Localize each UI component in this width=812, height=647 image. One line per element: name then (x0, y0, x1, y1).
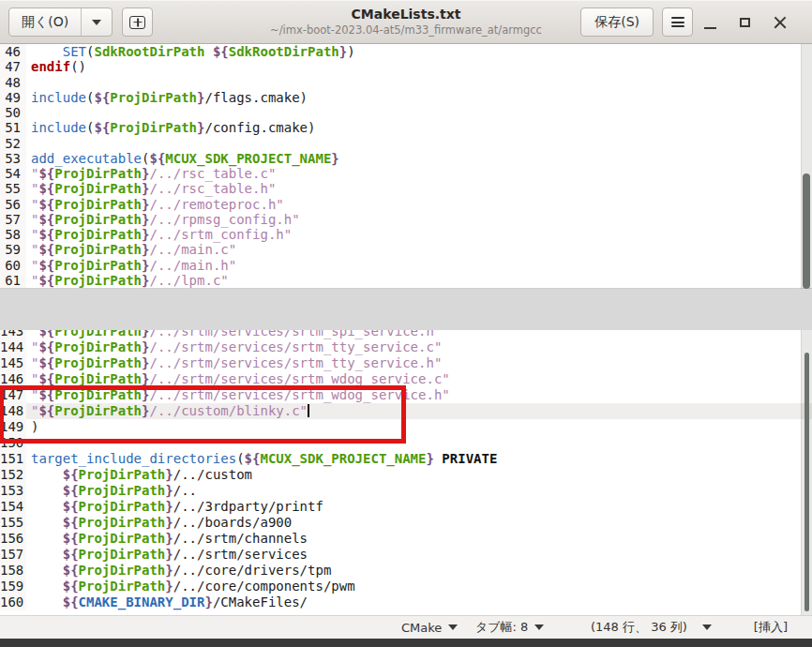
code-line-152[interactable]: 152 ${ProjDirPath}/../custom (0, 467, 812, 483)
tab-width-label: タブ幅: 8 (475, 619, 528, 636)
code-line-59[interactable]: 59"${ProjDirPath}/../main.c" (0, 242, 812, 257)
cursor-position[interactable]: (148 行、 36 列) (591, 616, 687, 639)
code-text: "${ProjDirPath}/../srtm_config.h" (31, 227, 292, 242)
code-text: "${ProjDirPath}/../main.h" (31, 258, 236, 273)
cursor-position-label: (148 行、 36 列) (591, 619, 687, 636)
code-line-156[interactable]: 156 ${ProjDirPath}/../srtm/channels (0, 531, 812, 547)
code-text: "${ProjDirPath}/../srtm/services/srtm_tt… (31, 339, 442, 355)
line-number: 51 (0, 120, 26, 135)
minimize-icon (704, 27, 716, 29)
line-number: 53 (0, 151, 26, 166)
editor-pane-bottom[interactable]: 143"${ProjDirPath}/../srtm/services/srtm… (0, 324, 812, 610)
chevron-down-icon (448, 624, 458, 630)
code-line-145[interactable]: 145"${ProjDirPath}/../srtm/services/srtm… (0, 355, 812, 371)
line-number: 49 (0, 90, 26, 105)
open-split-button: 開く(O) (8, 8, 113, 37)
code-line-160[interactable]: 160 ${CMAKE_BINARY_DIR}/CMakeFiles/ (0, 594, 812, 610)
line-number: 58 (0, 227, 26, 242)
line-number: 151 (0, 451, 26, 467)
code-line-51[interactable]: 51include(${ProjDirPath}/config.cmake) (0, 120, 812, 135)
code-line-52[interactable]: 52 (0, 136, 812, 151)
code-text: "${ProjDirPath}/../lpm.c" (31, 273, 229, 288)
code-line-153[interactable]: 153 ${ProjDirPath}/.. (0, 483, 812, 499)
tab-width-selector[interactable]: タブ幅: 8 (475, 616, 544, 639)
code-text: ${ProjDirPath}/../custom (31, 467, 252, 483)
pane-divider (0, 288, 812, 330)
document-path: ~/imx-boot-2023.04-at5/m33_firmware_at/a… (209, 23, 603, 38)
code-line-47[interactable]: 47endif() (0, 59, 812, 74)
line-number: 50 (0, 105, 26, 120)
code-line-53[interactable]: 53add_executable(${MCUX_SDK_PROJECT_NAME… (0, 151, 812, 166)
code-text: ${ProjDirPath}/../core/components/pwm (31, 579, 355, 594)
code-text: ${ProjDirPath}/../srtm/services (31, 547, 308, 563)
language-label: CMake (401, 621, 442, 635)
hamburger-icon (671, 17, 684, 27)
code-text: include(${ProjDirPath}/config.cmake) (31, 120, 315, 135)
chevron-down-icon (702, 624, 712, 630)
window-bottom-edge (0, 639, 812, 647)
code-line-55[interactable]: 55"${ProjDirPath}/../rsc_table.h" (0, 181, 812, 196)
code-line-159[interactable]: 159 ${ProjDirPath}/../core/components/pw… (0, 579, 812, 594)
code-line-49[interactable]: 49include(${ProjDirPath}/flags.cmake) (0, 90, 812, 105)
titlebar: 開く(O) CMakeLists.txt ~/imx-boot-2023.04-… (0, 0, 812, 44)
code-line-50[interactable]: 50 (0, 105, 812, 120)
maximize-icon (740, 18, 750, 27)
code-line-57[interactable]: 57"${ProjDirPath}/../rpmsg_config.h" (0, 212, 812, 227)
line-number: 144 (0, 339, 26, 355)
line-number: 59 (0, 242, 26, 257)
line-number: 48 (0, 75, 26, 90)
save-button[interactable]: 保存(S) (580, 8, 654, 37)
code-line-151[interactable]: 151target_include_directories(${MCUX_SDK… (0, 451, 812, 467)
close-icon (774, 16, 787, 29)
code-text: include(${ProjDirPath}/flags.cmake) (31, 90, 308, 105)
line-number: 152 (0, 467, 26, 483)
line-number: 157 (0, 547, 26, 563)
chevron-down-icon (534, 624, 544, 630)
code-text: ${ProjDirPath}/../3rdparty/printf (31, 499, 323, 515)
insert-mode-indicator: [挿入] (754, 616, 788, 639)
code-line-60[interactable]: 60"${ProjDirPath}/../main.h" (0, 258, 812, 273)
code-text: "${ProjDirPath}/../rsc_table.c" (31, 166, 276, 181)
code-line-158[interactable]: 158 ${ProjDirPath}/../core/drivers/tpm (0, 563, 812, 579)
open-dropdown-button[interactable] (82, 8, 112, 36)
line-number: 159 (0, 579, 26, 594)
editor-pane-top[interactable]: 46 SET(SdkRootDirPath ${SdkRootDirPath})… (0, 44, 812, 289)
code-line-144[interactable]: 144"${ProjDirPath}/../srtm/services/srtm… (0, 339, 812, 355)
statusbar-caret-button[interactable] (702, 616, 712, 639)
line-number: 153 (0, 483, 26, 499)
insert-mode-label: [挿入] (754, 619, 788, 636)
scrollbar-thumb-top[interactable] (803, 173, 810, 289)
code-line-154[interactable]: 154 ${ProjDirPath}/../3rdparty/printf (0, 499, 812, 515)
code-text: endif() (31, 59, 86, 74)
new-tab-button[interactable] (122, 8, 153, 37)
code-line-61[interactable]: 61"${ProjDirPath}/../lpm.c" (0, 273, 812, 288)
close-button[interactable] (762, 8, 797, 37)
code-line-157[interactable]: 157 ${ProjDirPath}/../srtm/services (0, 547, 812, 563)
code-text: "${ProjDirPath}/../rsc_table.h" (31, 181, 276, 196)
text-editor-area[interactable]: 46 SET(SdkRootDirPath ${SdkRootDirPath})… (0, 44, 812, 615)
code-text: ${CMAKE_BINARY_DIR}/CMakeFiles/ (31, 594, 308, 610)
annotation-rectangle (0, 385, 406, 444)
code-line-54[interactable]: 54"${ProjDirPath}/../rsc_table.c" (0, 166, 812, 181)
code-line-56[interactable]: 56"${ProjDirPath}/../remoteproc.h" (0, 197, 812, 212)
line-number: 55 (0, 181, 26, 196)
language-selector[interactable]: CMake (401, 616, 458, 639)
line-number: 61 (0, 273, 26, 288)
open-button[interactable]: 開く(O) (9, 8, 81, 36)
code-text: add_executable(${MCUX_SDK_PROJECT_NAME} (31, 151, 339, 166)
menu-button[interactable] (662, 8, 693, 37)
tab-new-icon (129, 16, 145, 29)
code-line-46[interactable]: 46 SET(SdkRootDirPath ${SdkRootDirPath}) (0, 44, 812, 59)
titlebar-left-group: 開く(O) (8, 8, 153, 37)
code-text: ${ProjDirPath}/.. (31, 483, 197, 499)
scrollbar-thumb-bottom[interactable] (804, 353, 809, 611)
code-line-155[interactable]: 155 ${ProjDirPath}/../boards/a900 (0, 515, 812, 531)
code-line-48[interactable]: 48 (0, 75, 812, 90)
line-number: 46 (0, 44, 26, 59)
line-number: 158 (0, 563, 26, 579)
minimize-button[interactable] (693, 8, 728, 37)
line-number: 60 (0, 258, 26, 273)
code-text: "${ProjDirPath}/../rpmsg_config.h" (31, 212, 300, 227)
code-line-58[interactable]: 58"${ProjDirPath}/../srtm_config.h" (0, 227, 812, 242)
maximize-button[interactable] (728, 8, 762, 37)
